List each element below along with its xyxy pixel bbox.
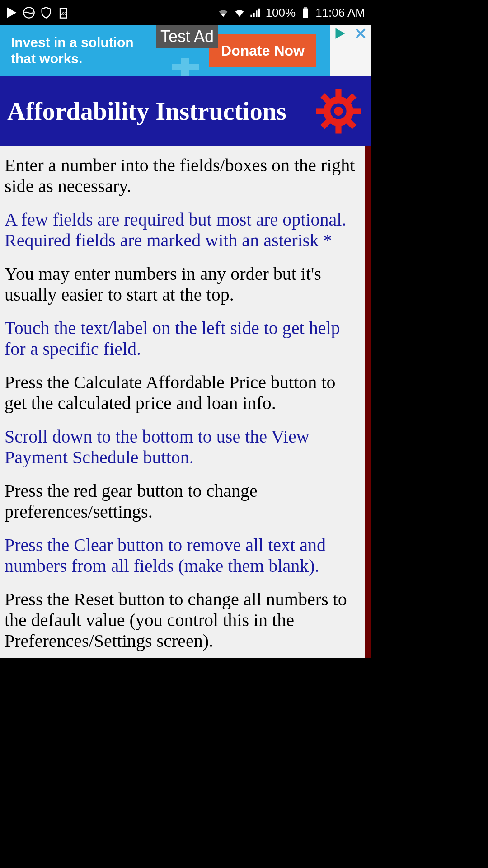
donate-button[interactable]: Donate Now bbox=[209, 34, 316, 67]
status-bar: 100 100% 11:06 AM bbox=[0, 0, 371, 25]
svg-point-15 bbox=[334, 107, 343, 116]
clock-time: 11:06 AM bbox=[315, 6, 365, 20]
status-left-icons: 100 bbox=[5, 6, 70, 19]
instruction-item: Enter a number into the fields/boxes on … bbox=[5, 155, 361, 197]
ad-controls bbox=[330, 25, 371, 76]
instruction-item: Press the Clear button to remove all tex… bbox=[5, 535, 361, 576]
instruction-item: Press the red gear button to change pref… bbox=[5, 481, 361, 522]
svg-rect-8 bbox=[316, 108, 326, 114]
ad-banner[interactable]: Invest in a solution that works. Test Ad… bbox=[0, 25, 371, 76]
instructions-content[interactable]: Enter a number into the fields/boxes on … bbox=[0, 146, 371, 658]
instruction-item: Press the Calculate Affordable Price but… bbox=[5, 372, 361, 414]
wifi-weak-icon bbox=[217, 6, 230, 19]
ad-info-icon[interactable] bbox=[334, 27, 347, 40]
app-header: Affordability Instructions bbox=[0, 76, 371, 146]
play-icon bbox=[5, 6, 18, 19]
shield-icon bbox=[40, 6, 52, 19]
swirl-icon bbox=[23, 6, 35, 19]
test-ad-label: Test Ad bbox=[156, 25, 218, 48]
instruction-item: Press the Reset button to change all num… bbox=[5, 589, 361, 651]
status-right: 100% 11:06 AM bbox=[217, 6, 365, 20]
wifi-icon bbox=[233, 6, 246, 19]
instruction-item: Touch the text/label on the left side to… bbox=[5, 318, 361, 359]
svg-rect-7 bbox=[335, 123, 341, 133]
svg-rect-6 bbox=[335, 89, 341, 99]
battery-percent: 100% bbox=[266, 6, 296, 20]
gear-icon[interactable] bbox=[314, 86, 363, 136]
battery-100-icon: 100 bbox=[57, 6, 70, 19]
svg-rect-9 bbox=[351, 108, 361, 114]
battery-icon bbox=[299, 6, 312, 19]
svg-rect-3 bbox=[303, 9, 308, 18]
ad-close-icon[interactable] bbox=[354, 27, 367, 40]
signal-icon bbox=[249, 6, 262, 19]
page-title: Affordability Instructions bbox=[7, 97, 286, 126]
instruction-item: You may enter numbers in any order but i… bbox=[5, 264, 361, 305]
svg-text:100: 100 bbox=[60, 11, 67, 16]
instruction-item: Scroll down to the bottom to use the Vie… bbox=[5, 426, 361, 468]
instruction-item: A few fields are required but most are o… bbox=[5, 209, 361, 251]
svg-rect-4 bbox=[304, 7, 307, 8]
